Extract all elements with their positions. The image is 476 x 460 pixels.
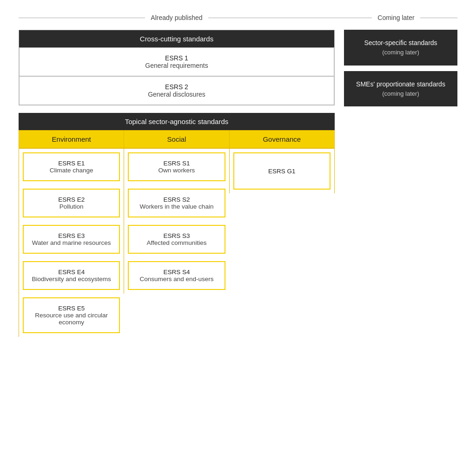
- esrs-s1-code: ESRS S1: [132, 160, 220, 167]
- columns-header: Environment Social Governance: [19, 130, 335, 148]
- esrs-e5-desc: Resource use and circular economy: [27, 312, 115, 326]
- section-headers: Already published Coming later: [19, 14, 457, 21]
- governance-column: ESRS G1: [229, 148, 335, 193]
- esrs1-code: ESRS 1: [24, 54, 329, 62]
- esrs-s3-desc: Affected communities: [132, 239, 220, 246]
- environment-label: Environment: [52, 135, 91, 143]
- governance-label: Governance: [263, 135, 301, 143]
- esrs-s2-desc: Workers in the value chain: [132, 203, 220, 210]
- columns-body: ESRS E1 Climate change ESRS E2 Pollution…: [19, 148, 335, 337]
- coming-later-section: Sector-specific standards (coming later)…: [344, 30, 457, 106]
- esrs1-box: ESRS 1 General requirements: [19, 47, 334, 76]
- divider-cl-right: [420, 18, 457, 18]
- esrs-s2-box: ESRS S2 Workers in the value chain: [128, 189, 225, 217]
- esrs-e2-code: ESRS E2: [27, 196, 115, 203]
- esrs-e5-code: ESRS E5: [27, 305, 115, 312]
- esrs-e1-desc: Climate change: [27, 167, 115, 174]
- topical-header: Topical sector-agnostic standards: [19, 113, 335, 130]
- sector-specific-title: Sector-specific standards: [350, 38, 451, 48]
- sector-specific-sub: (coming later): [350, 48, 451, 57]
- smes-sub: (coming later): [350, 89, 451, 99]
- social-label: Social: [167, 135, 186, 143]
- page-wrapper: Already published Coming later Cross-cut…: [19, 14, 457, 337]
- esrs2-desc: General disclosures: [24, 91, 329, 98]
- social-column: ESRS S1 Own workers ESRS S2 Workers in t…: [124, 148, 229, 294]
- esrs-s1-box: ESRS S1 Own workers: [128, 152, 225, 181]
- esrs-e4-desc: Biodiversity and ecosystems: [27, 276, 115, 283]
- divider-right: [208, 18, 335, 18]
- smes-box: SMEs' proportionate standards (coming la…: [344, 71, 457, 107]
- divider-cl-left: [335, 18, 372, 18]
- topical-section: Topical sector-agnostic standards Enviro…: [19, 113, 335, 337]
- social-header: Social: [124, 130, 229, 148]
- esrs-s4-box: ESRS S4 Consumers and end-users: [128, 261, 225, 290]
- esrs-s4-desc: Consumers and end-users: [132, 276, 220, 283]
- cross-cutting-block: Cross-cutting standards ESRS 1 General r…: [19, 30, 335, 105]
- published-header: Already published: [19, 14, 335, 21]
- governance-header: Governance: [230, 130, 335, 148]
- topical-title: Topical sector-agnostic standards: [125, 118, 229, 125]
- esrs-e1-code: ESRS E1: [27, 160, 115, 167]
- esrs-e3-desc: Water and marine resources: [27, 239, 115, 246]
- esrs-e3-box: ESRS E3 Water and marine resources: [23, 225, 120, 254]
- main-content: Cross-cutting standards ESRS 1 General r…: [19, 30, 457, 337]
- coming-later-header: Coming later: [335, 14, 457, 21]
- esrs-s3-code: ESRS S3: [132, 232, 220, 239]
- esrs1-desc: General requirements: [24, 62, 329, 69]
- esrs-e4-box: ESRS E4 Biodiversity and ecosystems: [23, 261, 120, 290]
- environment-column: ESRS E1 Climate change ESRS E2 Pollution…: [19, 148, 124, 337]
- esrs2-box: ESRS 2 General disclosures: [19, 76, 334, 105]
- divider-left: [19, 18, 145, 18]
- esrs-s3-box: ESRS S3 Affected communities: [128, 225, 225, 254]
- coming-later-label: Coming later: [377, 14, 414, 21]
- esrs-s1-desc: Own workers: [132, 167, 220, 174]
- esrs-e3-code: ESRS E3: [27, 232, 115, 239]
- esrs-g1-box: ESRS G1: [233, 152, 331, 190]
- esrs-e1-box: ESRS E1 Climate change: [23, 152, 120, 181]
- cross-cutting-header: Cross-cutting standards: [19, 30, 334, 47]
- sector-specific-box: Sector-specific standards (coming later): [344, 30, 457, 66]
- esrs-e4-code: ESRS E4: [27, 269, 115, 276]
- esrs-s2-code: ESRS S2: [132, 196, 220, 203]
- published-label: Already published: [151, 14, 202, 21]
- esrs-e5-box: ESRS E5 Resource use and circular econom…: [23, 297, 120, 333]
- cross-cutting-title: Cross-cutting standards: [140, 35, 213, 43]
- published-section: Cross-cutting standards ESRS 1 General r…: [19, 30, 335, 337]
- esrs-e2-box: ESRS E2 Pollution: [23, 189, 120, 217]
- esrs-g1-code: ESRS G1: [268, 168, 296, 175]
- esrs-s4-code: ESRS S4: [132, 269, 220, 276]
- smes-title: SMEs' proportionate standards: [350, 79, 451, 89]
- esrs2-code: ESRS 2: [24, 83, 329, 91]
- environment-header: Environment: [19, 130, 124, 148]
- esrs-e2-desc: Pollution: [27, 203, 115, 210]
